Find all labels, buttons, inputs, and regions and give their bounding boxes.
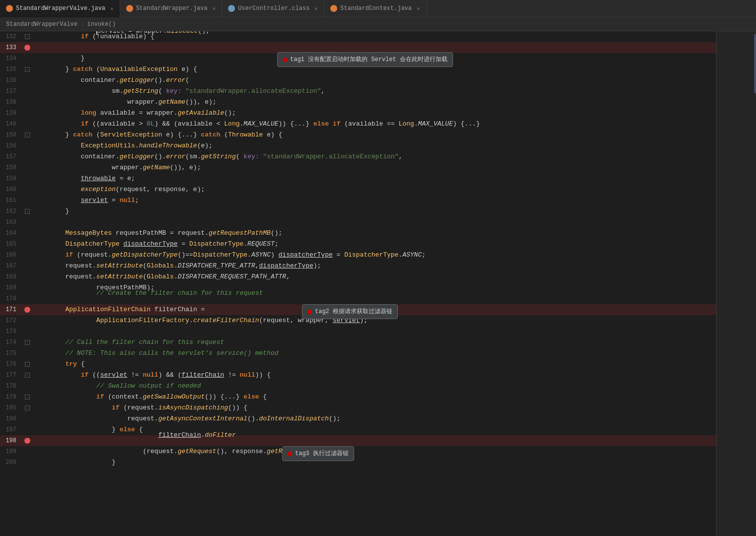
line-num-158: 158: [0, 164, 22, 171]
line-num-198: 198: [0, 437, 22, 444]
line-167: 167 request.setAttribute(Globals.DISPATC…: [0, 261, 716, 271]
tab-usercontroller[interactable]: UserController.class ✕: [222, 0, 324, 17]
line-174: 174 − // Call the filter chain for this …: [0, 337, 716, 348]
line-num-166: 166: [0, 252, 22, 259]
tab-standardwrappervalve[interactable]: StandardWrapperValve.java ✕: [0, 0, 120, 17]
line-num-173: 173: [0, 328, 22, 335]
line-num-134: 134: [0, 55, 22, 62]
line-160: 160 exception(request, response, e);: [0, 184, 716, 195]
tab-standardwrapper[interactable]: StandardWrapper.java ✕: [120, 0, 223, 17]
gutter-171: [22, 307, 32, 313]
code-138: wrapper.getName()), e);: [32, 97, 716, 108]
line-163: 163: [0, 217, 716, 228]
code-174: // Call the filter chain for this reques…: [32, 337, 716, 348]
code-178: // Swallow output if needed: [32, 381, 716, 392]
fold-176[interactable]: −: [25, 362, 30, 367]
breakpoint-171[interactable]: [24, 307, 30, 313]
line-176: 176 − try {: [0, 359, 716, 370]
line-159: 159 throwable = e;: [0, 173, 716, 184]
line-num-200: 200: [0, 459, 22, 466]
fold-162[interactable]: −: [25, 209, 30, 214]
tab-close-btn2[interactable]: ✕: [213, 5, 216, 12]
line-num-150: 150: [0, 132, 22, 138]
line-num-179: 179: [0, 394, 22, 401]
breadcrumb-part1[interactable]: StandardWrapperValve: [6, 21, 77, 28]
breakpoint-198[interactable]: [24, 438, 30, 444]
java-file-icon: [6, 5, 13, 12]
fold-135[interactable]: −: [25, 67, 30, 72]
tab-close-btn4[interactable]: ✕: [417, 5, 420, 12]
code-lines[interactable]: 132 − if (!unavailable) { 133 servlet = …: [0, 31, 716, 536]
fold-132[interactable]: −: [25, 34, 30, 39]
line-num-195: 195: [0, 404, 22, 411]
line-139: 139 long available = wrapper.getAvailabl…: [0, 108, 716, 119]
line-num-138: 138: [0, 99, 22, 106]
tooltip-dot-2: [307, 310, 312, 314]
tooltip-dot-1: [283, 58, 287, 62]
line-num-172: 172: [0, 317, 22, 324]
line-num-161: 161: [0, 197, 22, 204]
line-175: 175 // NOTE: This also calls the servlet…: [0, 348, 716, 359]
fold-195[interactable]: −: [25, 405, 30, 410]
line-num-133: 133: [0, 44, 22, 51]
line-198: 198 filterChain.doFilter tag3 执行过滤器链: [0, 435, 716, 446]
code-160: exception(request, response, e);: [32, 184, 716, 195]
gutter-133: [22, 45, 32, 51]
code-159: throwable = e;: [32, 173, 716, 184]
gutter-198: [22, 438, 32, 444]
tab-close-btn[interactable]: ✕: [110, 5, 114, 12]
line-num-164: 164: [0, 230, 22, 237]
gutter-132: −: [22, 34, 32, 39]
line-num-196: 196: [0, 415, 22, 422]
line-199: 199 (request.getRequest(), response.getR…: [0, 446, 716, 457]
line-156: 156 ExceptionUtils.handleThrowable(e);: [0, 140, 716, 151]
line-num-156: 156: [0, 142, 22, 149]
fold-150[interactable]: −: [25, 133, 30, 137]
line-166: 166 if (request.getDispatcherType()==Dis…: [0, 250, 716, 261]
tab-standardcontext[interactable]: StandardContext.java ✕: [324, 0, 427, 17]
tooltip-text-3: tag3 执行过滤器链: [295, 448, 349, 459]
line-num-176: 176: [0, 361, 22, 368]
line-num-160: 160: [0, 186, 22, 193]
code-157: container.getLogger().error(sm.getString…: [32, 151, 716, 162]
code-150: } catch (ServletException e) {...} catch…: [32, 130, 716, 140]
tooltip-tag3: tag3 执行过滤器链: [243, 435, 354, 472]
code-167: request.setAttribute(Globals.DISPATCHER_…: [32, 261, 716, 271]
code-139: long available = wrapper.getAvailable();: [32, 108, 716, 119]
breadcrumb: StandardWrapperValve › invoke(): [0, 17, 756, 31]
line-138: 138 wrapper.getName()), e);: [0, 97, 716, 108]
code-164: MessageBytes requestPathMB = request.get…: [32, 228, 716, 239]
line-158: 158 wrapper.getName()), e);: [0, 162, 716, 173]
code-175: // NOTE: This also calls the servlet's s…: [32, 348, 716, 359]
line-num-137: 137: [0, 88, 22, 95]
tooltip-tag2: tag2 根据请求获取过滤器链: [263, 293, 398, 330]
line-num-174: 174: [0, 339, 22, 346]
code-162: }: [32, 206, 716, 217]
line-178: 178 // Swallow output if needed: [0, 381, 716, 392]
line-150: 150 − } catch (ServletException e) {...}…: [0, 130, 716, 140]
line-num-175: 175: [0, 350, 22, 357]
line-num-171: 171: [0, 306, 22, 313]
code-161: servlet = null;: [32, 195, 716, 206]
code-179: if (context.getSwallowOutput()) {...} el…: [32, 392, 716, 402]
fold-179[interactable]: −: [25, 395, 30, 400]
code-200: }: [32, 457, 716, 468]
gutter-179: −: [22, 395, 32, 400]
tooltip-dot-3: [288, 452, 292, 456]
line-num-168: 168: [0, 273, 22, 280]
tab-close-btn3[interactable]: ✕: [314, 5, 318, 12]
gutter-162: −: [22, 209, 32, 214]
gutter-195: −: [22, 405, 32, 410]
line-177: 177 − if ((servlet != null) && (filterCh…: [0, 370, 716, 381]
gutter-177: −: [22, 373, 32, 378]
line-num-157: 157: [0, 153, 22, 160]
fold-177[interactable]: −: [25, 373, 30, 378]
line-num-163: 163: [0, 219, 22, 226]
code-156: ExceptionUtils.handleThrowable(e);: [32, 140, 716, 151]
breadcrumb-part2[interactable]: invoke(): [87, 21, 116, 28]
fold-174[interactable]: −: [25, 340, 30, 345]
line-162: 162 − }: [0, 206, 716, 217]
line-195: 195 − if (request.isAsyncDispatching()) …: [0, 402, 716, 413]
class-file-icon: [228, 5, 235, 12]
breakpoint-133[interactable]: [24, 45, 30, 51]
